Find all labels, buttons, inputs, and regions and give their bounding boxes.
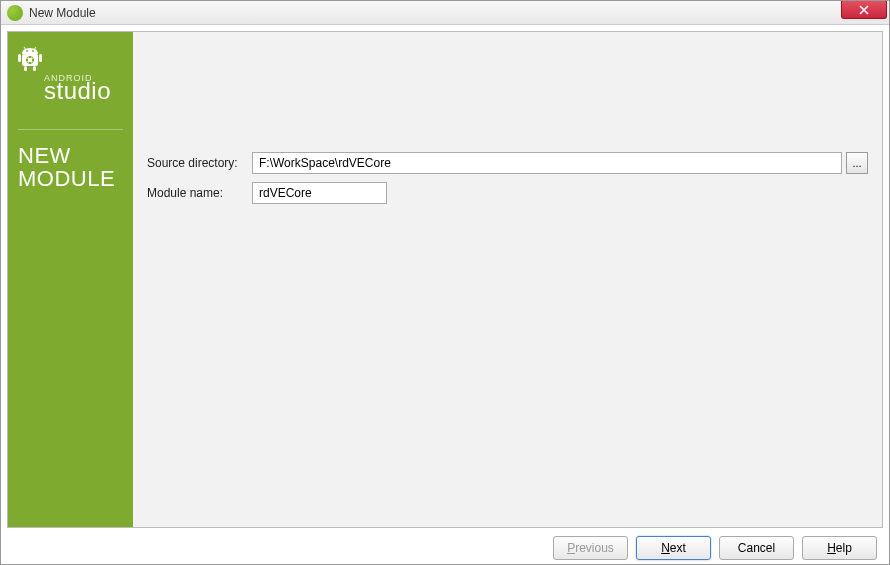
previous-button: Previous: [553, 536, 628, 560]
content-panel: ANDROID studio NEW MODULE Source directo…: [7, 31, 883, 528]
android-icon: [18, 46, 123, 75]
brand-large-text: studio: [44, 77, 123, 105]
svg-rect-3: [24, 66, 27, 71]
titlebar: New Module: [1, 1, 889, 25]
svg-rect-0: [22, 54, 38, 66]
svg-point-8: [32, 50, 34, 52]
module-name-row: Module name:: [147, 182, 868, 204]
source-directory-label: Source directory:: [147, 156, 252, 170]
next-button[interactable]: Next: [636, 536, 711, 560]
browse-button[interactable]: ...: [846, 152, 868, 174]
source-directory-row: Source directory: ...: [147, 152, 868, 174]
close-button[interactable]: [841, 1, 887, 19]
wizard-heading-line1: NEW: [18, 144, 123, 167]
close-icon: [859, 5, 869, 15]
svg-rect-12: [26, 59, 28, 61]
dialog-buttons: Previous Next Cancel Help: [7, 528, 883, 560]
brand-logo: ANDROID studio: [18, 46, 123, 105]
svg-rect-4: [33, 66, 36, 71]
svg-rect-10: [29, 56, 31, 58]
app-icon: [7, 5, 23, 21]
window-title: New Module: [29, 6, 96, 20]
source-directory-input[interactable]: [252, 152, 842, 174]
help-button[interactable]: Help: [802, 536, 877, 560]
module-name-label: Module name:: [147, 186, 252, 200]
svg-point-7: [26, 50, 28, 52]
wizard-heading-line2: MODULE: [18, 167, 123, 190]
svg-rect-1: [18, 54, 21, 62]
sidebar-divider: [18, 129, 123, 130]
dialog-body: ANDROID studio NEW MODULE Source directo…: [1, 25, 889, 565]
cancel-button[interactable]: Cancel: [719, 536, 794, 560]
svg-rect-13: [32, 59, 34, 61]
module-name-input[interactable]: [252, 182, 387, 204]
svg-rect-11: [29, 62, 31, 64]
svg-rect-2: [39, 54, 42, 62]
wizard-heading: NEW MODULE: [18, 144, 123, 190]
wizard-sidebar: ANDROID studio NEW MODULE: [8, 32, 133, 527]
form-area: Source directory: ... Module name:: [133, 32, 882, 527]
